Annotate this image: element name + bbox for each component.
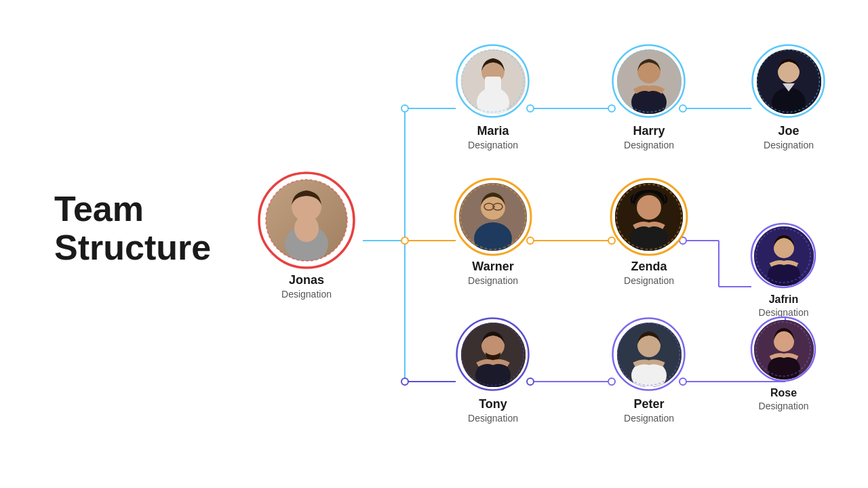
- svg-point-38: [613, 45, 685, 117]
- svg-point-76: [751, 317, 815, 381]
- svg-point-56: [611, 179, 687, 255]
- jonas-name: Jonas: [289, 273, 324, 287]
- page-title: TeamStructure: [54, 190, 211, 267]
- peter-name: Peter: [633, 397, 664, 411]
- jafrin-name: Jafrin: [769, 293, 799, 306]
- harry-name: Harry: [633, 124, 665, 138]
- rose-name: Rose: [770, 387, 797, 399]
- joe-designation: Designation: [764, 140, 814, 150]
- warner-designation: Designation: [468, 275, 518, 286]
- node-jonas: Jonas Designation: [259, 173, 354, 300]
- jonas-designation: Designation: [281, 289, 332, 300]
- svg-point-77: [756, 322, 810, 376]
- zenda-designation: Designation: [624, 275, 674, 286]
- rose-designation: Designation: [759, 401, 809, 411]
- svg-point-57: [616, 184, 682, 249]
- svg-point-33: [462, 50, 524, 113]
- svg-point-67: [462, 323, 524, 386]
- svg-point-62: [756, 228, 810, 283]
- node-peter: Peter Designation: [612, 317, 686, 424]
- svg-point-72: [618, 323, 680, 386]
- node-maria: Maria Designation: [456, 44, 530, 150]
- svg-point-32: [457, 45, 529, 117]
- svg-point-66: [457, 319, 529, 390]
- title-section: TeamStructure: [54, 190, 211, 267]
- svg-point-71: [613, 319, 685, 390]
- svg-point-17: [401, 378, 408, 385]
- svg-point-61: [751, 224, 815, 287]
- svg-point-39: [618, 50, 680, 113]
- maria-designation: Designation: [468, 140, 518, 150]
- node-joe: Joe Designation: [751, 44, 826, 150]
- peter-designation: Designation: [624, 413, 674, 424]
- svg-point-49: [460, 184, 526, 249]
- node-jafrin: Jafrin Designation: [751, 224, 816, 318]
- warner-name: Warner: [472, 260, 513, 274]
- svg-point-27: [259, 173, 354, 268]
- svg-point-43: [753, 45, 825, 117]
- node-warner: Warner Designation: [456, 180, 530, 286]
- maria-name: Maria: [477, 124, 509, 138]
- zenda-name: Zenda: [631, 260, 667, 274]
- tony-name: Tony: [479, 397, 507, 411]
- node-zenda: Zenda Designation: [612, 180, 686, 286]
- svg-point-15: [401, 105, 408, 112]
- svg-point-28: [266, 180, 347, 261]
- node-harry: Harry Designation: [612, 44, 686, 150]
- svg-point-16: [401, 237, 408, 244]
- svg-point-48: [455, 179, 531, 255]
- svg-point-44: [757, 50, 820, 113]
- node-rose: Rose Designation: [751, 317, 816, 411]
- tony-designation: Designation: [468, 413, 518, 424]
- joe-name: Joe: [778, 124, 799, 138]
- node-tony: Tony Designation: [456, 317, 530, 424]
- harry-designation: Designation: [624, 140, 674, 150]
